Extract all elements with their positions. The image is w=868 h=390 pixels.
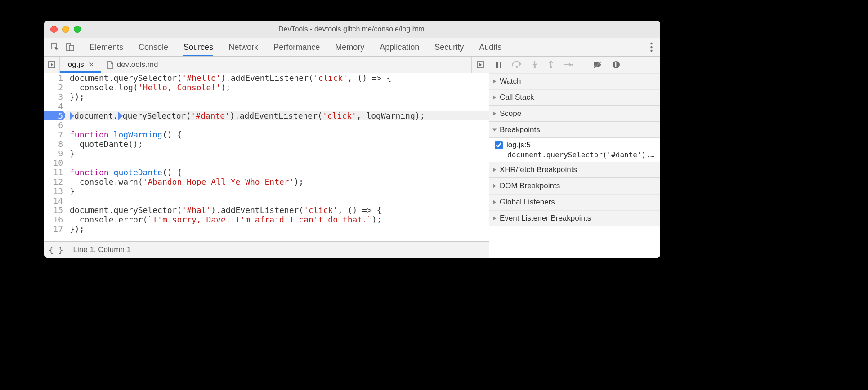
overflow-menu-button[interactable] xyxy=(642,38,660,56)
tab-audits[interactable]: Audits xyxy=(479,38,501,56)
section-watch[interactable]: Watch xyxy=(489,73,660,89)
breakpoint-label: log.js:5 xyxy=(506,141,531,150)
show-navigator-button[interactable] xyxy=(44,57,60,73)
debug-sidebar: WatchCall StackScopeBreakpointslog.js:5d… xyxy=(489,57,660,258)
disclosure-triangle-icon xyxy=(493,216,496,221)
code-line[interactable]: console.error(`I'm sorry, Dave. I'm afra… xyxy=(65,215,489,224)
toggle-device-icon[interactable] xyxy=(66,43,75,52)
breakpoint-checkbox[interactable] xyxy=(495,141,503,149)
file-icon xyxy=(107,61,113,69)
code-editor[interactable]: 1234567891011121314151617 document.query… xyxy=(44,73,489,241)
file-tab-devtools-md[interactable]: devtools.md xyxy=(101,57,165,73)
gutter-line[interactable]: 11 xyxy=(44,168,63,177)
gutter-line[interactable]: 5 xyxy=(44,111,63,120)
window-title: DevTools - devtools.glitch.me/console/lo… xyxy=(44,25,660,33)
gutter-line[interactable]: 3 xyxy=(44,92,63,102)
section-label: XHR/fetch Breakpoints xyxy=(500,165,577,174)
svg-point-4 xyxy=(650,46,652,48)
gutter-line[interactable]: 6 xyxy=(44,120,63,130)
section-call-stack[interactable]: Call Stack xyxy=(489,89,660,106)
titlebar: DevTools - devtools.glitch.me/console/lo… xyxy=(44,21,660,38)
svg-rect-9 xyxy=(500,62,501,68)
tab-elements[interactable]: Elements xyxy=(89,38,123,56)
breakpoint-item[interactable]: log.js:5document.querySelector('#dante')… xyxy=(489,138,660,162)
gutter-line[interactable]: 15 xyxy=(44,205,63,215)
svg-rect-21 xyxy=(617,62,617,67)
devtools-window: DevTools - devtools.glitch.me/console/lo… xyxy=(44,21,660,258)
code-line[interactable]: }); xyxy=(65,92,489,102)
step-icon[interactable] xyxy=(564,62,573,68)
gutter-line[interactable]: 1 xyxy=(44,73,63,83)
section-global-listeners[interactable]: Global Listeners xyxy=(489,194,660,210)
deactivate-breakpoints-icon[interactable] xyxy=(593,61,602,68)
show-debugger-button[interactable] xyxy=(471,57,489,73)
gutter-line[interactable]: 10 xyxy=(44,158,63,168)
sources-editor: log.js✕devtools.md 123456789101112131415… xyxy=(44,57,489,258)
gutter-line[interactable]: 14 xyxy=(44,196,63,205)
gutter-line[interactable]: 13 xyxy=(44,186,63,196)
code-line[interactable]: document.querySelector('#dante').addEven… xyxy=(65,111,489,120)
inline-breakpoint-marker[interactable] xyxy=(70,112,74,120)
section-dom-breakpoints[interactable]: DOM Breakpoints xyxy=(489,178,660,194)
svg-rect-20 xyxy=(615,62,616,67)
gutter-line[interactable]: 8 xyxy=(44,139,63,149)
gutter-line[interactable]: 2 xyxy=(44,83,63,92)
code-line[interactable]: } xyxy=(65,149,489,158)
svg-point-19 xyxy=(613,61,620,68)
code-line[interactable]: }); xyxy=(65,224,489,234)
section-xhr-fetch-breakpoints[interactable]: XHR/fetch Breakpoints xyxy=(489,162,660,178)
code-line[interactable]: document.querySelector('#hello').addEven… xyxy=(65,73,489,83)
code-line[interactable] xyxy=(65,120,489,130)
gutter-line[interactable]: 12 xyxy=(44,177,63,186)
step-into-icon[interactable] xyxy=(532,61,538,69)
section-event-listener-breakpoints[interactable]: Event Listener Breakpoints xyxy=(489,210,660,226)
pause-on-exceptions-icon[interactable] xyxy=(612,61,620,69)
step-over-icon[interactable] xyxy=(512,61,522,68)
inspect-element-icon[interactable] xyxy=(50,43,59,52)
tab-security[interactable]: Security xyxy=(434,38,464,56)
close-tab-icon[interactable]: ✕ xyxy=(89,61,94,69)
format-icon[interactable]: { } xyxy=(49,245,63,255)
section-label: Watch xyxy=(500,77,521,86)
gutter-line[interactable]: 16 xyxy=(44,215,63,224)
code-line[interactable]: } xyxy=(65,186,489,196)
gutter-line[interactable]: 7 xyxy=(44,130,63,139)
code-line[interactable]: function logWarning() { xyxy=(65,130,489,139)
code-line[interactable]: function quoteDante() { xyxy=(65,168,489,177)
code-line[interactable]: document.querySelector('#hal').addEventL… xyxy=(65,205,489,215)
gutter-line[interactable]: 9 xyxy=(44,149,63,158)
file-tab-log-js[interactable]: log.js✕ xyxy=(60,57,101,73)
section-label: Event Listener Breakpoints xyxy=(500,214,591,223)
code-line[interactable]: quoteDante(); xyxy=(65,139,489,149)
tab-memory[interactable]: Memory xyxy=(335,38,364,56)
gutter-line[interactable]: 4 xyxy=(44,102,63,111)
code-line[interactable]: console.warn('Abandon Hope All Ye Who En… xyxy=(65,177,489,186)
code-line[interactable] xyxy=(65,158,489,168)
svg-point-3 xyxy=(650,43,652,44)
debug-toolbar xyxy=(489,57,660,73)
code-line[interactable] xyxy=(65,102,489,111)
section-scope[interactable]: Scope xyxy=(489,106,660,122)
minimize-window-button[interactable] xyxy=(62,26,69,33)
step-out-icon[interactable] xyxy=(548,61,554,69)
zoom-window-button[interactable] xyxy=(74,26,81,33)
tab-performance[interactable]: Performance xyxy=(273,38,320,56)
section-label: Global Listeners xyxy=(500,198,555,207)
svg-point-10 xyxy=(516,66,518,68)
file-tab-label: devtools.md xyxy=(117,60,158,69)
tab-application[interactable]: Application xyxy=(380,38,419,56)
close-window-button[interactable] xyxy=(50,26,58,33)
tab-sources[interactable]: Sources xyxy=(183,38,213,56)
code-line[interactable] xyxy=(65,196,489,205)
code-line[interactable]: console.log('Hello, Console!'); xyxy=(65,83,489,92)
gutter-line[interactable]: 17 xyxy=(44,224,63,234)
section-label: Scope xyxy=(500,109,521,118)
section-breakpoints[interactable]: Breakpoints xyxy=(489,122,660,138)
pause-icon[interactable] xyxy=(496,61,502,68)
tab-console[interactable]: Console xyxy=(139,38,168,56)
disclosure-triangle-icon xyxy=(493,200,496,204)
inline-breakpoint-marker[interactable] xyxy=(118,112,123,120)
tab-network[interactable]: Network xyxy=(228,38,258,56)
svg-point-14 xyxy=(550,66,552,69)
disclosure-triangle-icon xyxy=(493,79,496,84)
